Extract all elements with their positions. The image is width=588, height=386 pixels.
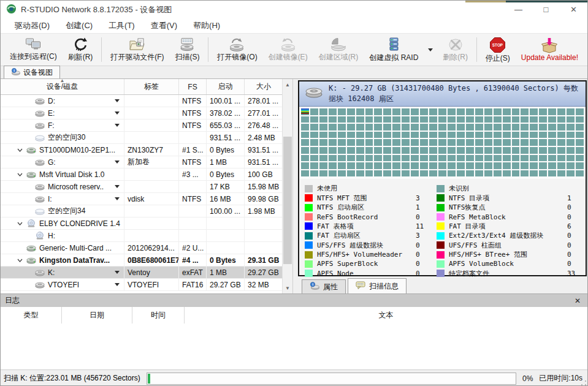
table-row-vtoyefi[interactable]: VTOYEFIVTOYEFIFAT1629.27 GB32 MB bbox=[1, 279, 283, 291]
block-cell bbox=[448, 132, 456, 138]
scan-panel-tabs: i属性扫描信息 bbox=[299, 278, 407, 293]
device-name: G: bbox=[48, 158, 56, 167]
open-image-button[interactable]: 打开镜像(O) bbox=[212, 35, 262, 64]
block-cell bbox=[475, 124, 483, 131]
log-close-icon[interactable]: ✕ bbox=[572, 297, 583, 305]
panel-splitter[interactable] bbox=[293, 79, 298, 293]
block-cell bbox=[438, 132, 446, 138]
raid-dropdown-arrow-icon[interactable] bbox=[424, 35, 437, 64]
row-dropdown-icon[interactable] bbox=[115, 124, 121, 127]
device-view-icon: i bbox=[11, 68, 20, 77]
table-row-d[interactable]: D:NTFS100.01 ...278.01 ... bbox=[1, 95, 283, 107]
connect-remote-button-label: 连接到远程(C) bbox=[10, 51, 57, 62]
table-row-e[interactable]: E:NTFS378.02 ...277.01 ... bbox=[1, 107, 283, 119]
delete-button[interactable]: 删除(R) bbox=[437, 35, 473, 64]
expand-chevron-icon[interactable] bbox=[15, 222, 24, 225]
column-header-device-disk[interactable]: ▲设备/磁盘 bbox=[1, 79, 124, 94]
update-available-button[interactable]: Update Available! bbox=[516, 35, 584, 64]
block-cell bbox=[475, 170, 483, 177]
desktop-sliver-tan bbox=[465, 1, 506, 2]
fs-cell: NTFS bbox=[179, 119, 207, 131]
log-column-text[interactable]: 文本 bbox=[185, 307, 587, 324]
refresh-button[interactable]: 刷新(R) bbox=[63, 35, 99, 64]
log-column-date[interactable]: 日期 bbox=[62, 307, 132, 324]
create-virtual-raid-button[interactable]: 创建虚拟 RAID bbox=[364, 35, 424, 64]
block-cell bbox=[438, 108, 446, 115]
menu-item-0[interactable]: 驱动器(D) bbox=[7, 19, 58, 32]
legend-count: 0 bbox=[566, 241, 582, 249]
table-row-30[interactable]: 空的空间30931.51 ...2.48 MB bbox=[1, 132, 283, 144]
table-row-st1000dm010-2ep1[interactable]: ST1000DM010-2EP1...ZN130ZY7#1 S...0 Byte… bbox=[1, 144, 283, 156]
row-dropdown-icon[interactable] bbox=[115, 161, 121, 164]
create-region-button[interactable]: 创建区域(R) bbox=[313, 35, 364, 64]
scroll-up-icon[interactable]: ▲ bbox=[283, 80, 292, 89]
minimize-button[interactable]: — bbox=[505, 1, 532, 18]
table-row-g[interactable]: G:新加卷NTFS1 MB931.51 ... bbox=[1, 156, 283, 168]
row-dropdown-icon[interactable] bbox=[115, 185, 121, 188]
block-cell bbox=[402, 132, 410, 138]
legend-item: APFS SuperBlock0 bbox=[305, 260, 430, 268]
block-cell bbox=[420, 124, 428, 131]
table-row-f[interactable]: F:NTFS655.03 ...276.48 ... bbox=[1, 119, 283, 132]
device-table-header: ▲设备/磁盘 标签 FS 启动 大小 bbox=[1, 79, 283, 95]
log-column-time[interactable]: 时间 bbox=[132, 307, 185, 324]
row-dropdown-icon[interactable] bbox=[115, 99, 121, 102]
close-button[interactable]: ✕ bbox=[560, 1, 587, 18]
tab-properties[interactable]: i属性 bbox=[302, 279, 346, 293]
resize-grip[interactable] bbox=[581, 380, 587, 386]
table-row-kingston-datatrav[interactable]: Kingston DataTrav...0B8E680061E7#4 ...0 … bbox=[1, 254, 283, 267]
block-cell bbox=[548, 170, 556, 177]
block-cell bbox=[356, 132, 364, 138]
table-row-microsoft-reserv[interactable]: Microsoft reserv..17 KB15.98 MB bbox=[1, 181, 283, 193]
row-dropdown-icon[interactable] bbox=[115, 283, 121, 286]
tab-device-view[interactable]: i 设备视图 bbox=[4, 66, 60, 78]
open-drive-file-button[interactable]: 打开驱动文件(F) bbox=[105, 35, 169, 64]
column-header-fs[interactable]: FS bbox=[179, 79, 207, 94]
tab-scan-information[interactable]: 扫描信息 bbox=[348, 278, 407, 293]
maximize-button[interactable]: □ bbox=[532, 1, 560, 18]
scan-button[interactable]: 扫描(S) bbox=[169, 35, 205, 64]
column-header-size[interactable]: 大小 bbox=[245, 79, 283, 94]
table-row-generic-multi-card[interactable]: Generic- Multi-Card ...2012062914...#2 U… bbox=[1, 242, 283, 254]
table-row-h[interactable]: H: bbox=[1, 230, 283, 242]
menu-item-4[interactable]: 帮助(H) bbox=[185, 19, 228, 32]
table-row-msft-virtual-disk-1-0[interactable]: Msft Virtual Disk 1.0#3 ...0 Bytes100 GB bbox=[1, 168, 283, 181]
scrollbar-thumb[interactable] bbox=[283, 137, 292, 264]
scroll-down-icon[interactable]: ▼ bbox=[283, 283, 292, 293]
table-row-k[interactable]: K:VentoyexFAT1 MB29.27 GB bbox=[1, 267, 283, 279]
block-cell bbox=[503, 108, 511, 115]
row-dropdown-icon[interactable] bbox=[115, 112, 121, 115]
create-image-button[interactable]: 创建镜像(E) bbox=[263, 35, 313, 64]
legend-count: 0 bbox=[566, 213, 582, 221]
block-cell bbox=[548, 116, 556, 123]
block-cell bbox=[329, 139, 337, 146]
legend-label: ReFS BootRecord bbox=[317, 213, 378, 221]
block-cell bbox=[383, 139, 391, 146]
menu-item-1[interactable]: 创建(C) bbox=[58, 19, 101, 32]
drive-icon bbox=[26, 146, 37, 154]
openfile-icon bbox=[129, 37, 146, 52]
expand-chevron-icon[interactable] bbox=[15, 173, 24, 176]
column-header-label[interactable]: 标签 bbox=[124, 79, 179, 94]
row-dropdown-icon[interactable] bbox=[115, 197, 121, 200]
start-cell bbox=[207, 218, 245, 229]
expand-chevron-icon[interactable] bbox=[15, 259, 24, 262]
stop-button[interactable]: STOP停止(S) bbox=[480, 35, 516, 64]
table-row-34[interactable]: 空的空间34100.00 ...1.98 MB bbox=[1, 205, 283, 218]
column-header-start[interactable]: 启动 bbox=[207, 79, 245, 94]
log-column-type[interactable]: 类型 bbox=[1, 307, 62, 324]
legend-item: FAT 启动扇区3 bbox=[305, 232, 430, 240]
device-name-cell: Msft Virtual Disk 1.0 bbox=[1, 168, 124, 180]
row-dropdown-icon[interactable] bbox=[115, 271, 121, 274]
expand-chevron-icon[interactable] bbox=[15, 148, 24, 152]
connect-remote-button[interactable]: 连接到远程(C) bbox=[4, 35, 63, 64]
table-row-i[interactable]: I:vdiskNTFS16 MB99.98 GB bbox=[1, 193, 283, 205]
block-cell bbox=[557, 170, 565, 177]
menu-item-2[interactable]: 工具(T) bbox=[101, 19, 143, 32]
block-cell bbox=[475, 139, 483, 146]
size-cell: 2.48 MB bbox=[245, 132, 283, 143]
device-table-scrollbar[interactable]: ▲ ▼ bbox=[282, 79, 292, 293]
menu-item-3[interactable]: 查看(V) bbox=[143, 19, 185, 32]
block-map[interactable] bbox=[299, 107, 586, 179]
table-row-elby-clonedrive-1-4[interactable]: ELBY CLONEDRIVE 1.4 bbox=[1, 218, 283, 230]
